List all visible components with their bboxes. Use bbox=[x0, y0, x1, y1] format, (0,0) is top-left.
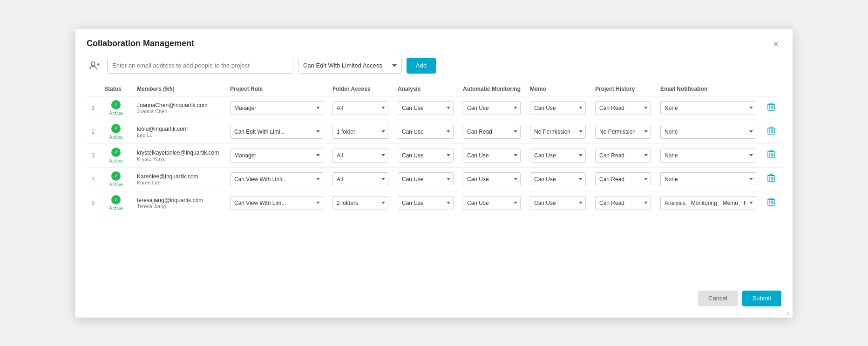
project-history: Can Read bbox=[590, 96, 656, 120]
member-cell: krystelkayetanlee@inquartik.com Krystel … bbox=[132, 143, 225, 167]
email-notification-select[interactable]: None bbox=[660, 172, 756, 186]
analysis-select[interactable]: Can Use bbox=[398, 149, 454, 163]
modal-title: Collaboration Management bbox=[87, 39, 194, 48]
member-email: leolu@inquartik.com bbox=[137, 126, 221, 132]
row-number: 2 bbox=[87, 120, 100, 143]
table-row: 2 ✓ Active leolu@inquartik.com Leo LuCan… bbox=[87, 120, 781, 143]
delete-button[interactable] bbox=[766, 197, 777, 209]
delete-button[interactable] bbox=[766, 173, 777, 185]
folder-access-select[interactable]: All bbox=[332, 101, 388, 115]
memo: Can Use bbox=[525, 191, 590, 215]
table-row: 1 ✓ Active JoannaChen@inquartik.com Joan… bbox=[87, 96, 781, 120]
auto-monitoring: Can Use bbox=[458, 96, 525, 120]
folder-access: All bbox=[328, 143, 393, 167]
email-input[interactable] bbox=[107, 58, 293, 74]
project-history-select[interactable]: Can Read bbox=[595, 149, 651, 163]
analysis: Can Use bbox=[393, 120, 458, 143]
project-role-select[interactable]: Manager bbox=[230, 149, 323, 163]
project-role-select[interactable]: Manager bbox=[230, 101, 323, 115]
auto-monitoring-select[interactable]: Can Read bbox=[463, 125, 521, 139]
email-notification: Analysis、Monitoring、Memo、History bbox=[656, 191, 761, 215]
project-role-select[interactable]: Can View With Lim... bbox=[230, 196, 323, 210]
status-badge: ✓ Active bbox=[104, 100, 128, 116]
auto-monitoring-select[interactable]: Can Use bbox=[463, 172, 521, 186]
status-text: Active bbox=[109, 134, 123, 140]
analysis-select[interactable]: Can Use bbox=[398, 101, 454, 115]
project-role-select[interactable]: Can Edit With Limi... bbox=[230, 125, 323, 139]
col-auto-monitoring: Automatic Monitoring bbox=[458, 82, 525, 96]
memo-select[interactable]: Can Use bbox=[530, 101, 586, 115]
project-history-select[interactable]: Can Read bbox=[595, 196, 651, 210]
add-button[interactable]: Add bbox=[407, 58, 436, 74]
folder-access-select[interactable]: All bbox=[332, 149, 388, 163]
project-history-select[interactable]: No Permission bbox=[595, 125, 651, 139]
active-icon: ✓ bbox=[111, 171, 121, 181]
auto-monitoring: Can Use bbox=[458, 143, 525, 167]
row-number: 4 bbox=[87, 167, 100, 191]
folder-access-select[interactable]: 2 folders bbox=[332, 196, 388, 210]
cancel-button[interactable]: Cancel bbox=[698, 291, 737, 306]
member-email: Karenlee@inquartik.com bbox=[137, 173, 221, 180]
auto-monitoring-select[interactable]: Can Use bbox=[463, 101, 521, 115]
memo-select[interactable]: Can Use bbox=[530, 149, 586, 163]
table-row: 5 ✓ Active teresajiang@inquartik.com Ter… bbox=[87, 191, 781, 215]
email-notification: None bbox=[656, 120, 761, 143]
memo-select[interactable]: Can Use bbox=[530, 172, 586, 186]
delete-cell bbox=[761, 96, 781, 120]
email-notification-select[interactable]: Analysis、Monitoring、Memo、History bbox=[660, 196, 756, 210]
project-history-select[interactable]: Can Read bbox=[595, 172, 651, 186]
memo-select[interactable]: Can Use bbox=[530, 196, 586, 210]
folder-access: 2 folders bbox=[328, 191, 393, 215]
status-cell: ✓ Active bbox=[100, 96, 132, 120]
analysis-select[interactable]: Can Use bbox=[398, 172, 454, 186]
members-table: Status Members (5/5) Project Role Folder… bbox=[87, 82, 781, 215]
folder-access-select[interactable]: All bbox=[332, 172, 388, 186]
member-name: Joanna Chen bbox=[137, 109, 221, 114]
status-cell: ✓ Active bbox=[100, 120, 132, 143]
resize-handle[interactable]: ⊿ bbox=[785, 310, 791, 316]
row-number: 1 bbox=[87, 96, 100, 120]
member-cell: Karenlee@inquartik.com Karen Lee bbox=[132, 167, 225, 191]
delete-cell bbox=[761, 143, 781, 167]
delete-button[interactable] bbox=[766, 102, 777, 114]
memo-select[interactable]: No Permission bbox=[530, 125, 586, 139]
status-badge: ✓ Active bbox=[104, 195, 128, 211]
project-role-select[interactable]: Can View With Unli... bbox=[230, 172, 323, 186]
active-icon: ✓ bbox=[111, 148, 121, 157]
memo: Can Use bbox=[525, 167, 590, 191]
analysis: Can Use bbox=[393, 191, 458, 215]
project-history-select[interactable]: Can Read bbox=[595, 101, 651, 115]
email-notification-select[interactable]: None bbox=[660, 125, 756, 139]
submit-button[interactable]: Submit bbox=[742, 291, 781, 306]
active-icon: ✓ bbox=[111, 100, 121, 109]
col-project-history: Project History bbox=[590, 82, 656, 96]
table-row: 3 ✓ Active krystelkayetanlee@inquartik.c… bbox=[87, 143, 781, 167]
folder-access: All bbox=[328, 96, 393, 120]
col-project-role: Project Role bbox=[225, 82, 328, 96]
auto-monitoring: Can Use bbox=[458, 167, 525, 191]
close-button[interactable]: × bbox=[770, 38, 781, 49]
col-folder-access: Folder Access bbox=[328, 82, 393, 96]
member-cell: leolu@inquartik.com Leo Lu bbox=[132, 120, 225, 143]
delete-button[interactable] bbox=[766, 125, 777, 138]
email-notification-select[interactable]: None bbox=[660, 101, 756, 115]
delete-cell bbox=[761, 191, 781, 215]
auto-monitoring-select[interactable]: Can Use bbox=[463, 149, 521, 163]
analysis-select[interactable]: Can Use bbox=[398, 125, 454, 139]
project-history: No Permission bbox=[590, 120, 656, 143]
row-number: 5 bbox=[87, 191, 100, 215]
memo: Can Use bbox=[525, 143, 590, 167]
delete-button[interactable] bbox=[766, 149, 777, 162]
add-member-row: Can Edit With Limited AccessCan View Wit… bbox=[87, 58, 781, 74]
status-text: Active bbox=[109, 205, 123, 211]
project-history: Can Read bbox=[590, 167, 656, 191]
permission-dropdown-add[interactable]: Can Edit With Limited AccessCan View Wit… bbox=[298, 58, 402, 74]
auto-monitoring-select[interactable]: Can Use bbox=[463, 196, 521, 210]
project-role: Manager bbox=[225, 96, 328, 120]
folder-access-select[interactable]: 1 folder bbox=[332, 125, 388, 139]
modal-header: Collaboration Management × bbox=[87, 38, 781, 49]
analysis-select[interactable]: Can Use bbox=[398, 196, 454, 210]
col-actions bbox=[761, 82, 781, 96]
email-notification-select[interactable]: None bbox=[660, 149, 756, 163]
footer-actions: Cancel Submit bbox=[87, 291, 781, 306]
